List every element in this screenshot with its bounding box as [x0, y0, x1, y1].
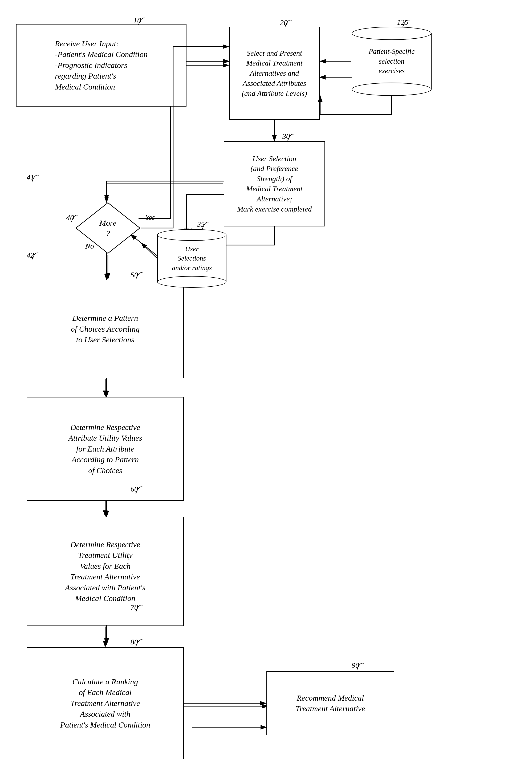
curl-10 — [131, 15, 147, 26]
curl-60 — [128, 484, 144, 495]
curl-40 — [63, 212, 80, 223]
curl-20 — [277, 17, 293, 28]
curl-30 — [280, 132, 296, 142]
diamond-40: Yes More? — [75, 201, 141, 255]
cylinder-35: User Selections and/or ratings — [157, 229, 227, 288]
curl-80 — [128, 637, 144, 648]
curl-42 — [24, 250, 40, 261]
curl-41 — [24, 173, 40, 183]
box-30: User Selection (and Preference Strength)… — [224, 141, 325, 227]
box-20: Select and Present Medical Treatment Alt… — [229, 27, 320, 120]
arrow-70-80 — [101, 625, 114, 648]
curl-90 — [349, 661, 365, 671]
svg-line-23 — [141, 243, 157, 258]
box-60: Determine Respective Attribute Utility V… — [27, 397, 184, 501]
diagram-container: Receive User Input: -Patient's Medical C… — [0, 0, 532, 780]
box-50: Determine a Pattern of Choices According… — [27, 280, 184, 378]
label-no: No — [85, 242, 94, 250]
curl-70 — [128, 602, 144, 613]
arrow-80-90 — [183, 699, 273, 713]
curl-35 — [194, 220, 210, 230]
label-yes: Yes — [145, 213, 155, 222]
cylinder-125: Patient-Specific selection exercises — [352, 27, 432, 96]
box-70: Determine Respective Treatment Utility V… — [27, 517, 184, 626]
box-80: Calculate a Ranking of Each Medical Trea… — [27, 647, 184, 759]
box-90: Recommend Medical Treatment Alternative — [267, 671, 394, 735]
box-10: Receive User Input: -Patient's Medical C… — [16, 24, 187, 106]
curl-50 — [128, 270, 144, 281]
